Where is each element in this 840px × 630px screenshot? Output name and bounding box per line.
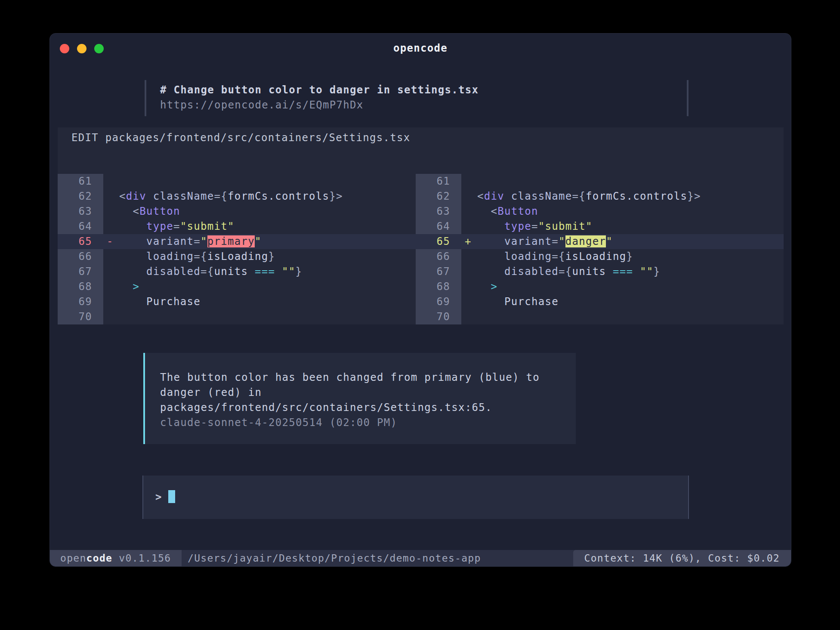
code-token: }> xyxy=(329,190,343,202)
code-token xyxy=(633,266,640,278)
code-line: > xyxy=(119,279,416,294)
diff-row: 65- variant="primary" xyxy=(58,234,416,249)
code-token xyxy=(275,266,282,278)
line-number: 68 xyxy=(416,279,461,294)
diff-marker xyxy=(103,249,119,264)
share-url-link[interactable]: https://opencode.ai/s/EQmP7hDx xyxy=(160,98,363,113)
code-line: type="submit" xyxy=(477,219,784,234)
diff-pane-right: 6162<div className={formCs.controls}>63 … xyxy=(416,174,784,324)
diff-marker: + xyxy=(461,234,477,249)
code-line xyxy=(119,174,416,189)
code-line: <Button xyxy=(477,204,784,219)
diff-marker xyxy=(461,219,477,234)
code-line: loading={isLoading} xyxy=(477,249,784,264)
code-token: = xyxy=(531,220,538,232)
context-cost-segment: Context: 14K (6%), Cost: $0.02 xyxy=(573,550,791,566)
code-token xyxy=(477,250,504,262)
diff-row: 67 disabled={units === ""} xyxy=(416,264,784,279)
diff-row: 63 <Button xyxy=(416,204,784,219)
diff-marker xyxy=(461,249,477,264)
code-line: type="submit" xyxy=(119,219,416,234)
diff-row: 63 <Button xyxy=(58,204,416,219)
diff-row: 61 xyxy=(58,174,416,189)
code-line: > xyxy=(477,279,784,294)
model-indicator: Anthropic Claude Sonnet 4 xyxy=(514,566,684,567)
line-number: 62 xyxy=(58,189,103,204)
diff-marker xyxy=(461,264,477,279)
edit-action-label: EDIT xyxy=(71,132,99,144)
app-version: v0.1.156 xyxy=(112,553,171,564)
edit-file-path: packages/frontend/src/containers/Setting… xyxy=(105,132,411,144)
code-token xyxy=(146,190,153,202)
code-token xyxy=(119,266,146,278)
line-number: 65 xyxy=(58,234,103,249)
line-number: 70 xyxy=(58,309,103,324)
diff-marker xyxy=(103,279,119,294)
code-line: <div className={formCs.controls}> xyxy=(477,189,784,204)
code-token xyxy=(477,281,491,293)
code-token: ={ xyxy=(201,266,214,278)
code-token: formCs.controls xyxy=(586,190,687,202)
diff-marker xyxy=(103,264,119,279)
window-title: opencode xyxy=(50,42,791,54)
diff-marker xyxy=(103,204,119,219)
code-line: <div className={formCs.controls}> xyxy=(119,189,416,204)
diff-marker xyxy=(461,204,477,219)
text-cursor xyxy=(168,490,175,503)
diff-row: 65+ variant="danger" xyxy=(416,234,784,249)
code-token: className xyxy=(511,190,572,202)
code-token: < xyxy=(477,190,484,202)
user-message-title: # Change button color to danger in setti… xyxy=(160,83,479,98)
code-token xyxy=(504,190,511,202)
code-token: = xyxy=(194,235,201,247)
code-token: div xyxy=(484,190,504,202)
code-token: " xyxy=(201,235,207,247)
line-number: 66 xyxy=(416,249,461,264)
code-token: > xyxy=(491,281,498,293)
diff-marker xyxy=(461,309,477,324)
diff-row: 66 loading={isLoading} xyxy=(416,249,784,264)
diff-marker xyxy=(461,279,477,294)
assistant-message-body: The button color has been changed from p… xyxy=(160,370,567,430)
hint-row: enter send Anthropic Claude Sonnet 4 xyxy=(50,521,791,536)
diff-marker xyxy=(103,189,119,204)
code-token: < xyxy=(119,205,139,217)
code-token: disabled xyxy=(146,266,201,278)
prompt-input[interactable]: > xyxy=(142,476,689,519)
diff-row: 62<div className={formCs.controls}> xyxy=(58,189,416,204)
diff-row: 62<div className={formCs.controls}> xyxy=(416,189,784,204)
user-message-right-border xyxy=(687,80,689,116)
code-token: } xyxy=(654,266,661,278)
code-line: loading={isLoading} xyxy=(119,249,416,264)
status-bar: opencode v0.1.156 /Users/jayair/Desktop/… xyxy=(50,550,791,566)
line-number: 67 xyxy=(416,264,461,279)
line-number: 61 xyxy=(58,174,103,189)
code-token: primary xyxy=(207,235,255,247)
code-token: " xyxy=(606,235,613,247)
line-number: 61 xyxy=(416,174,461,189)
diff-marker xyxy=(103,219,119,234)
code-token: "" xyxy=(282,266,296,278)
code-token: < xyxy=(477,205,497,217)
app-name-code: code xyxy=(86,553,113,564)
code-token: ={ xyxy=(194,250,207,262)
assistant-message-line: danger (red) in xyxy=(160,385,567,400)
line-number: 64 xyxy=(58,219,103,234)
code-token: = xyxy=(552,235,559,247)
code-token: }> xyxy=(687,190,701,202)
titlebar: opencode xyxy=(50,34,791,59)
code-token xyxy=(477,266,504,278)
code-token: disabled xyxy=(504,266,559,278)
code-token: "submit" xyxy=(180,220,235,232)
edit-tool-panel: EDIT packages/frontend/src/containers/Se… xyxy=(58,127,784,324)
line-number: 63 xyxy=(416,204,461,219)
user-message-left-border xyxy=(145,80,146,116)
assistant-message-line: claude-sonnet-4-20250514 (02:00 PM) xyxy=(160,415,567,430)
code-line: Purchase xyxy=(477,294,784,309)
prompt-char: > xyxy=(155,491,162,503)
code-token: loading xyxy=(504,250,552,262)
line-number: 63 xyxy=(58,204,103,219)
code-token: ={ xyxy=(572,190,586,202)
code-line: variant="primary" xyxy=(119,234,416,249)
diff-row: 64 type="submit" xyxy=(58,219,416,234)
